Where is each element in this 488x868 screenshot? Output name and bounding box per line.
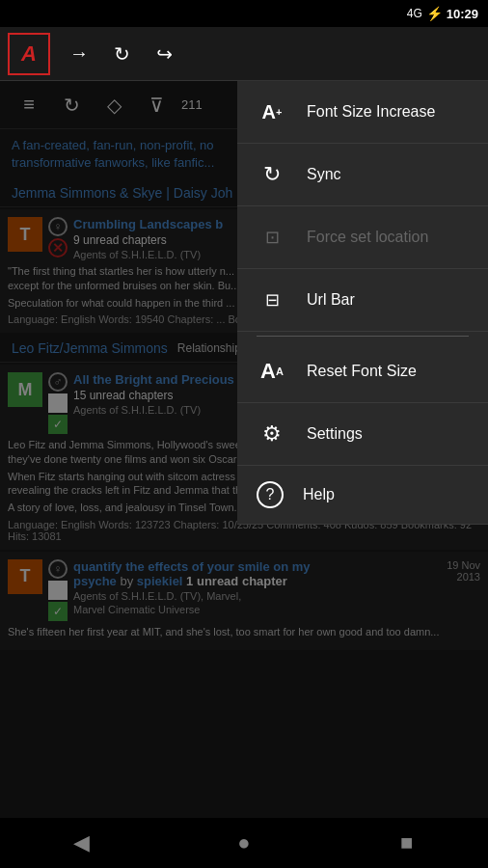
- forward-icon: →: [69, 42, 89, 65]
- font-increase-icon: A+: [257, 96, 287, 127]
- force-location-icon: ⊡: [257, 222, 287, 253]
- dropdown-overlay[interactable]: A+ Font Size Increase ↻ Sync ⊡ Force set…: [0, 81, 488, 868]
- sync-icon: ↻: [257, 159, 287, 190]
- menu-item-url-bar[interactable]: ⊟ Url Bar: [237, 269, 488, 332]
- top-toolbar: A → ↻ ↩: [0, 27, 488, 81]
- dropdown-menu: A+ Font Size Increase ↻ Sync ⊡ Force set…: [237, 81, 488, 525]
- menu-label-force-location: Force set location: [307, 229, 428, 246]
- battery-icon: ⚡: [426, 6, 443, 21]
- menu-label-reset-font: Reset Font Size: [307, 363, 417, 380]
- time-display: 10:29: [447, 7, 478, 21]
- menu-item-help[interactable]: ? Help: [237, 466, 488, 525]
- status-icons: 4G ⚡ 10:29: [407, 6, 478, 21]
- refresh-button[interactable]: ↻: [100, 33, 143, 75]
- menu-label-sync: Sync: [307, 166, 341, 183]
- status-bar: 4G ⚡ 10:29: [0, 0, 488, 27]
- forward-button[interactable]: →: [58, 33, 100, 75]
- settings-icon: ⚙: [257, 419, 287, 449]
- url-bar-icon: ⊟: [257, 285, 287, 315]
- refresh-icon: ↻: [114, 42, 130, 66]
- menu-item-reset-font[interactable]: AA Reset Font Size: [237, 340, 488, 403]
- app-logo[interactable]: A: [8, 33, 50, 75]
- menu-item-force-location[interactable]: ⊡ Force set location: [237, 206, 488, 269]
- menu-divider: [257, 336, 469, 337]
- menu-label-url-bar: Url Bar: [307, 291, 355, 309]
- menu-item-settings[interactable]: ⚙ Settings: [237, 403, 488, 466]
- menu-item-sync[interactable]: ↻ Sync: [237, 144, 488, 206]
- undo-button[interactable]: ↩: [143, 33, 185, 75]
- menu-item-font-increase[interactable]: A+ Font Size Increase: [237, 81, 488, 144]
- menu-label-font-increase: Font Size Increase: [307, 103, 435, 121]
- reset-font-icon: AA: [257, 356, 287, 387]
- menu-label-settings: Settings: [307, 425, 363, 443]
- help-icon: ?: [257, 481, 284, 508]
- undo-icon: ↩: [156, 42, 173, 66]
- menu-label-help: Help: [303, 486, 335, 503]
- signal-icon: 4G: [407, 7, 422, 20]
